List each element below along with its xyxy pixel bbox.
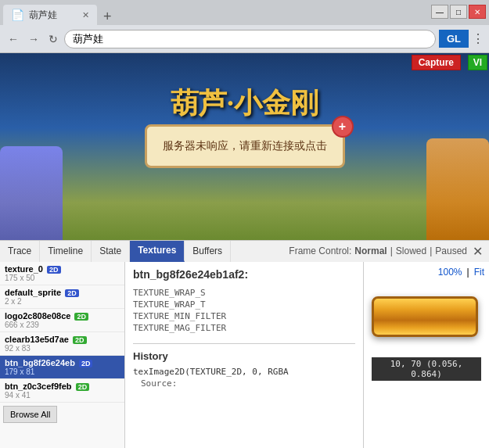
browser-menu-button[interactable]: ⋮	[472, 31, 484, 46]
frame-sep1: |	[390, 246, 393, 256]
frame-paused-option[interactable]: Paused	[435, 246, 467, 256]
texture-badge: 2D	[74, 313, 88, 321]
dialog-close-icon[interactable]: +	[332, 116, 354, 138]
list-item[interactable]: texture_0 2D 175 x 50	[0, 262, 124, 285]
history-source: Source:	[133, 378, 355, 389]
reload-button[interactable]: ↻	[45, 31, 61, 47]
prop-mag-filter: TEXTURE_MAG_FILTER	[133, 322, 355, 334]
texture-dimensions: 666 x 239	[5, 321, 120, 329]
golden-button-preview	[372, 296, 478, 337]
vi-button[interactable]: VI	[468, 55, 487, 70]
texture-list: texture_0 2D 175 x 50 default_sprite 2D …	[0, 262, 125, 449]
nav-bar: ← → ↻ GL ⋮	[0, 25, 489, 53]
browse-all-button[interactable]: Browse All	[3, 406, 57, 423]
texture-badge: 2D	[47, 266, 61, 274]
frame-slowed-option[interactable]: Slowed	[396, 246, 426, 256]
list-item[interactable]: default_sprite 2D 2 x 2	[0, 285, 124, 309]
left-character	[0, 146, 63, 240]
tab-close-icon[interactable]: ✕	[82, 10, 89, 20]
new-tab-button[interactable]: +	[100, 9, 115, 25]
texture-dimensions: 175 x 50	[5, 274, 120, 282]
close-button[interactable]: ✕	[469, 5, 486, 19]
texture-name: clearb13e5d7ae 2D	[5, 335, 120, 344]
browser-window: 📄 葫芦娃 ✕ + — □ ✕ ← → ↻ GL ⋮ 葫芦·小金刚 + 服务器未…	[0, 0, 489, 448]
devtools-content: texture_0 2D 175 x 50 default_sprite 2D …	[0, 262, 489, 449]
devtools-toolbar: Trace Timeline State Textures Buffers Fr…	[0, 240, 489, 262]
maximize-button[interactable]: □	[450, 5, 467, 19]
back-button[interactable]: ←	[5, 31, 22, 47]
webpage: 葫芦·小金刚 + 服务器未响应，请重新连接或点击 Capture VI	[0, 53, 489, 240]
devtools-close-icon[interactable]: ✕	[470, 244, 484, 258]
list-item[interactable]: logo2c808e08ce 2D 666 x 239	[0, 309, 124, 332]
tab-textures[interactable]: Textures	[130, 241, 185, 262]
detail-properties: TEXTURE_WRAP_S TEXTURE_WRAP_T TEXTURE_MI…	[133, 287, 355, 334]
texture-name: btn_bg8f26e24eb 2D	[5, 358, 120, 367]
game-title: 葫芦·小金刚	[171, 84, 318, 123]
frame-control-label: Frame Control:	[289, 246, 351, 256]
preview-status: 10, 70 (0.056, 0.864)	[372, 357, 481, 381]
fit-button[interactable]: Fit	[474, 267, 484, 278]
prop-min-filter: TEXTURE_MIN_FILTER	[133, 310, 355, 322]
list-item[interactable]: clearb13e5d7ae 2D 92 x 83	[0, 332, 124, 356]
address-input[interactable]	[64, 30, 436, 48]
prop-wrap-s: TEXTURE_WRAP_S	[133, 287, 355, 299]
browser-tab[interactable]: 📄 葫芦娃 ✕	[3, 5, 97, 25]
texture-preview-image	[372, 296, 481, 351]
tab-favicon: 📄	[11, 9, 24, 21]
texture-name: logo2c808e08ce 2D	[5, 311, 120, 321]
capture-button[interactable]: Capture	[412, 55, 461, 70]
zoom-percent[interactable]: 100%	[438, 267, 462, 278]
minimize-button[interactable]: —	[431, 5, 448, 19]
history-entry: texImage2D(TEXTURE_2D, 0, RGBA	[133, 367, 355, 377]
game-background: 葫芦·小金刚 + 服务器未响应，请重新连接或点击	[0, 53, 489, 240]
list-item[interactable]: btn_bg8f26e24eb 2D 179 x 81	[0, 356, 124, 379]
tab-trace[interactable]: Trace	[0, 241, 40, 262]
tab-bar: 📄 葫芦娃 ✕ + — □ ✕	[0, 0, 489, 25]
texture-name: default_sprite 2D	[5, 288, 120, 297]
window-controls: — □ ✕	[431, 3, 486, 19]
texture-name: texture_0 2D	[5, 264, 120, 274]
texture-dimensions: 92 x 83	[5, 344, 120, 353]
forward-button[interactable]: →	[25, 31, 42, 47]
texture-badge: 2D	[65, 289, 79, 297]
history-source-label: Source:	[141, 378, 177, 389]
zoom-controls: 100% | Fit	[438, 267, 484, 278]
texture-preview-panel: 100% | Fit 10, 70 (0.056, 0.864)	[364, 262, 489, 449]
texture-dimensions: 94 x 41	[5, 391, 120, 400]
texture-dimensions: 179 x 81	[5, 367, 120, 376]
texture-badge: 2D	[73, 336, 87, 344]
history-title: History	[133, 350, 355, 362]
texture-badge: 2D	[76, 383, 90, 391]
detail-title: btn_bg8f26e24eb1af2:	[133, 268, 355, 281]
frame-normal-option[interactable]: Normal	[354, 246, 387, 256]
frame-sep2: |	[430, 246, 432, 256]
tab-state[interactable]: State	[92, 241, 130, 262]
right-character	[426, 138, 489, 240]
tab-title: 葫芦娃	[29, 9, 77, 22]
list-item[interactable]: btn_z0c3cef9feb 2D 94 x 41	[0, 379, 124, 403]
texture-name: btn_z0c3cef9feb 2D	[5, 382, 120, 391]
texture-detail-panel: btn_bg8f26e24eb1af2: TEXTURE_WRAP_S TEXT…	[125, 262, 364, 449]
dialog-box: + 服务器未响应，请重新连接或点击	[145, 124, 345, 168]
dialog-text: 服务器未响应，请重新连接或点击	[163, 139, 327, 153]
texture-dimensions: 2 x 2	[5, 297, 120, 306]
gl-button[interactable]: GL	[439, 30, 469, 48]
texture-badge: 2D	[79, 360, 93, 367]
zoom-sep: |	[467, 267, 469, 278]
prop-wrap-t: TEXTURE_WRAP_T	[133, 299, 355, 310]
frame-control: Frame Control: Normal | Slowed | Paused …	[289, 244, 489, 258]
detail-divider	[133, 343, 355, 344]
tab-buffers[interactable]: Buffers	[185, 241, 231, 262]
tab-timeline[interactable]: Timeline	[40, 241, 92, 262]
